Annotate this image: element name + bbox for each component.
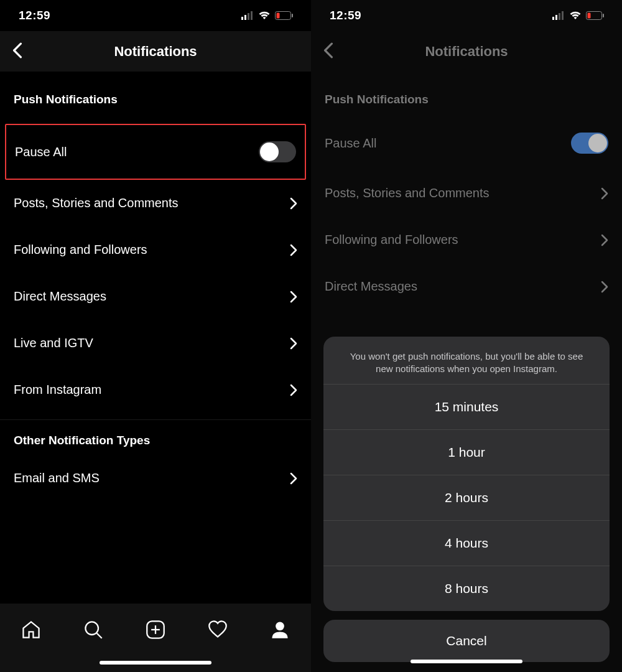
option-1-hour[interactable]: 1 hour	[323, 429, 610, 475]
plus-square-icon	[146, 620, 165, 640]
chevron-right-icon	[601, 187, 608, 200]
chevron-right-icon	[290, 197, 297, 210]
status-bar: 12:59	[0, 0, 311, 31]
back-button[interactable]	[323, 42, 333, 61]
svg-rect-19	[588, 13, 591, 19]
settings-list-dimmed: Push Notifications Pause All Posts, Stor…	[311, 72, 622, 672]
action-sheet-options: You won't get push notifications, but yo…	[323, 337, 610, 612]
chevron-right-icon	[601, 281, 608, 293]
chevron-left-icon	[323, 42, 333, 58]
svg-rect-16	[562, 11, 564, 20]
chevron-right-icon	[290, 384, 297, 396]
nav-header: Notifications	[0, 31, 311, 72]
row-label: Posts, Stories and Comments	[14, 196, 179, 210]
cancel-button[interactable]: Cancel	[323, 620, 610, 662]
screenshot-left: 12:59 Notifications Push Notifications P…	[0, 0, 311, 672]
home-indicator	[411, 660, 522, 663]
svg-rect-18	[603, 14, 604, 17]
row-label: Posts, Stories and Comments	[325, 186, 490, 200]
battery-low-icon	[275, 11, 294, 20]
toggle-knob	[588, 134, 607, 152]
row-posts: Posts, Stories and Comments	[311, 170, 622, 217]
row-label: Direct Messages	[14, 289, 106, 304]
page-title: Notifications	[425, 44, 508, 60]
settings-list: Push Notifications Pause All Posts, Stor…	[0, 72, 311, 672]
row-following[interactable]: Following and Followers	[0, 226, 311, 273]
svg-rect-2	[248, 13, 249, 20]
battery-low-icon	[586, 11, 605, 20]
row-email-sms[interactable]: Email and SMS	[0, 455, 311, 502]
heart-icon	[208, 620, 228, 640]
svg-rect-15	[559, 13, 560, 20]
status-icons	[241, 11, 294, 20]
svg-point-7	[85, 622, 98, 635]
home-icon	[21, 620, 41, 640]
chevron-right-icon	[601, 234, 608, 246]
profile-icon	[270, 620, 290, 640]
row-live[interactable]: Live and IGTV	[0, 320, 311, 366]
search-icon	[83, 620, 103, 640]
row-following: Following and Followers	[311, 217, 622, 263]
screenshot-right: 12:59 Notifications Push Notifications P…	[311, 0, 622, 672]
tab-create[interactable]	[142, 616, 169, 643]
cellular-icon	[241, 11, 254, 20]
chevron-left-icon	[12, 42, 22, 58]
row-label: Direct Messages	[325, 279, 417, 294]
pause-all-row[interactable]: Pause All	[5, 124, 306, 180]
status-bar: 12:59	[311, 0, 622, 31]
option-2-hours[interactable]: 2 hours	[323, 475, 610, 520]
svg-rect-6	[277, 13, 280, 19]
section-push-title: Push Notifications	[311, 72, 622, 114]
row-label: Live and IGTV	[14, 336, 93, 350]
chevron-right-icon	[290, 244, 297, 256]
section-other-title: Other Notification Types	[0, 420, 311, 455]
row-label: Following and Followers	[14, 243, 147, 257]
option-8-hours[interactable]: 8 hours	[323, 566, 610, 611]
pause-all-toggle[interactable]	[259, 141, 296, 162]
svg-rect-1	[244, 15, 246, 20]
pause-all-toggle-on[interactable]	[571, 133, 608, 154]
svg-rect-3	[251, 11, 253, 20]
tab-profile[interactable]	[266, 616, 294, 643]
pause-all-label: Pause All	[325, 136, 376, 151]
status-time: 12:59	[330, 9, 361, 22]
nav-header: Notifications	[311, 31, 622, 72]
toggle-knob	[260, 142, 279, 161]
page-title: Notifications	[114, 44, 197, 60]
row-label: Email and SMS	[14, 471, 100, 485]
option-4-hours[interactable]: 4 hours	[323, 520, 610, 566]
svg-rect-5	[292, 14, 293, 17]
row-dm[interactable]: Direct Messages	[0, 273, 311, 320]
pause-all-row: Pause All	[311, 114, 622, 170]
home-indicator	[100, 661, 211, 665]
status-icons	[552, 11, 605, 20]
row-label: Following and Followers	[325, 233, 458, 247]
svg-line-8	[97, 633, 102, 638]
svg-point-12	[276, 622, 284, 630]
option-15-minutes[interactable]: 15 minutes	[323, 384, 610, 429]
row-posts[interactable]: Posts, Stories and Comments	[0, 180, 311, 226]
tab-activity[interactable]	[204, 616, 231, 643]
section-push-title: Push Notifications	[0, 72, 311, 114]
svg-rect-14	[555, 15, 557, 20]
chevron-right-icon	[290, 472, 297, 485]
svg-rect-0	[241, 17, 243, 20]
wifi-icon	[569, 11, 582, 20]
back-button[interactable]	[12, 42, 22, 61]
status-time: 12:59	[19, 9, 50, 22]
chevron-right-icon	[290, 291, 297, 303]
tab-search[interactable]	[80, 616, 107, 643]
action-sheet: You won't get push notifications, but yo…	[323, 337, 610, 663]
tab-bar	[0, 604, 311, 672]
row-dm: Direct Messages	[311, 263, 622, 310]
row-from-instagram[interactable]: From Instagram	[0, 366, 311, 413]
wifi-icon	[258, 11, 271, 20]
sheet-message: You won't get push notifications, but yo…	[323, 337, 610, 385]
tab-home[interactable]	[17, 616, 45, 643]
row-label: From Instagram	[14, 383, 101, 397]
svg-rect-13	[552, 17, 554, 20]
cellular-icon	[552, 11, 565, 20]
chevron-right-icon	[290, 337, 297, 350]
pause-all-label: Pause All	[15, 145, 67, 159]
